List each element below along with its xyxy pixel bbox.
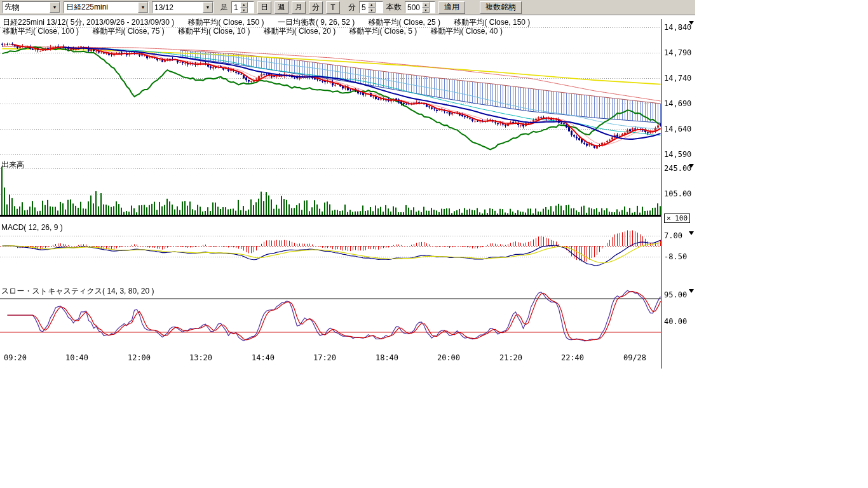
- legend-item: 移動平均( Close, 40 ): [431, 27, 503, 36]
- period-tick-button[interactable]: T: [326, 1, 340, 14]
- chevron-down-icon[interactable]: ▼: [138, 2, 148, 13]
- legend-item: 移動平均( Close, 10 ): [178, 27, 250, 36]
- legend-item: 移動平均( Close, 150 ): [188, 18, 264, 27]
- symbol-value: 日経225mini: [64, 2, 138, 13]
- chevron-down-icon[interactable]: ▼: [203, 2, 213, 13]
- time-axis-label: 22:40: [557, 353, 588, 362]
- spinner-up-icon[interactable]: ▲: [240, 2, 248, 8]
- price-axis-label: 14,590: [664, 150, 695, 159]
- price-axis-label: 14,740: [664, 74, 695, 83]
- spinner-arrows: ▲ ▼: [422, 2, 430, 13]
- stoch-panel-arrow-icon[interactable]: [689, 289, 694, 293]
- trading-chart-window: 先物 ▼ 日経225mini ▼ 13/12 ▼ 足 1 ▲ ▼ 日 週 月 分…: [0, 0, 868, 488]
- time-axis-label: 18:40: [372, 353, 402, 362]
- minute-interval-spinner[interactable]: 5 ▲ ▼: [359, 1, 383, 13]
- contract-month-value: 13/12: [153, 3, 203, 12]
- bar-interval-value: 1: [232, 2, 240, 13]
- bar-count-label: 本数: [386, 2, 402, 13]
- apply-button[interactable]: 適用: [438, 1, 465, 14]
- period-week-button[interactable]: 週: [275, 1, 288, 14]
- volume-panel-arrow-icon[interactable]: [689, 164, 694, 168]
- time-axis-label: 09:20: [0, 353, 31, 362]
- instrument-type-select[interactable]: 先物 ▼: [2, 1, 60, 13]
- spinner-up-icon[interactable]: ▲: [422, 2, 430, 8]
- legend-item: 一目均衡表( 9, 26, 52 ): [278, 18, 355, 27]
- spinner-arrows: ▲ ▼: [240, 2, 248, 13]
- time-axis-label: 20:00: [433, 353, 464, 362]
- time-axis-label: 09/28: [620, 353, 650, 362]
- volume-panel-title: 出来高: [1, 159, 24, 170]
- bar-type-label: 足: [220, 2, 228, 13]
- price-panel-arrow-icon[interactable]: [689, 21, 694, 25]
- symbol-select[interactable]: 日経225mini ▼: [64, 1, 149, 13]
- multi-symbol-button[interactable]: 複数銘柄: [480, 1, 522, 14]
- time-axis-label: 12:00: [124, 353, 154, 362]
- price-axis-label: 14,790: [664, 48, 695, 57]
- stochastics-panel-title: スロー・ストキャスティクス( 14, 3, 80, 20 ): [1, 286, 154, 297]
- time-axis-label: 21:20: [496, 353, 526, 362]
- time-axis-label: 14:40: [248, 353, 278, 362]
- chart-title: 日経225mini 13/12( 5分, 2013/09/26 - 2013/0…: [3, 18, 174, 27]
- period-month-button[interactable]: 月: [292, 1, 306, 14]
- legend-item: 移動平均( Close, 75 ): [92, 27, 164, 36]
- toolbar: 先物 ▼ 日経225mini ▼ 13/12 ▼ 足 1 ▲ ▼ 日 週 月 分…: [0, 0, 695, 15]
- macd-panel-arrow-icon[interactable]: [689, 231, 694, 235]
- period-minute-button[interactable]: 分: [309, 1, 323, 14]
- spinner-arrows: ▲ ▼: [368, 2, 376, 13]
- bar-count-value: 500: [405, 2, 422, 13]
- indicator-legend-line2: 移動平均( Close, 100 ) 移動平均( Close, 75 ) 移動平…: [3, 26, 514, 37]
- bar-interval-spinner[interactable]: 1 ▲ ▼: [231, 1, 254, 13]
- period-day-button[interactable]: 日: [257, 1, 271, 14]
- volume-multiplier-badge: × 100: [664, 214, 690, 223]
- time-axis-label: 17:20: [309, 353, 340, 362]
- spinner-down-icon[interactable]: ▼: [422, 8, 430, 13]
- instrument-type-value: 先物: [3, 2, 50, 13]
- spinner-down-icon[interactable]: ▼: [368, 8, 376, 13]
- price-axis-label: 14,640: [664, 125, 695, 133]
- macd-axis-label: -8.50: [664, 252, 695, 261]
- chevron-down-icon[interactable]: ▼: [50, 2, 60, 13]
- spinner-down-icon[interactable]: ▼: [240, 8, 248, 13]
- legend-item: 移動平均( Close, 25 ): [369, 18, 440, 27]
- price-axis-label: 14,690: [664, 99, 695, 108]
- time-axis-label: 10:40: [62, 353, 92, 362]
- stoch-axis-label: 40.00: [664, 317, 695, 326]
- legend-item: 移動平均( Close, 150 ): [454, 18, 530, 27]
- macd-panel-title: MACD( 12, 26, 9 ): [1, 223, 63, 232]
- bar-count-spinner[interactable]: 500 ▲ ▼: [405, 1, 435, 13]
- legend-item: 移動平均( Close, 100 ): [3, 27, 79, 36]
- volume-axis-label: 105.00: [664, 189, 695, 198]
- legend-item: 移動平均( Close, 20 ): [264, 27, 336, 36]
- contract-month-select[interactable]: 13/12 ▼: [152, 1, 214, 13]
- spinner-up-icon[interactable]: ▲: [368, 2, 376, 8]
- chart-plot-area[interactable]: [0, 0, 699, 375]
- minute-interval-value: 5: [360, 2, 368, 13]
- minute-label: 分: [348, 2, 356, 13]
- legend-item: 移動平均( Close, 5 ): [349, 27, 417, 36]
- time-axis-label: 13:20: [186, 353, 216, 362]
